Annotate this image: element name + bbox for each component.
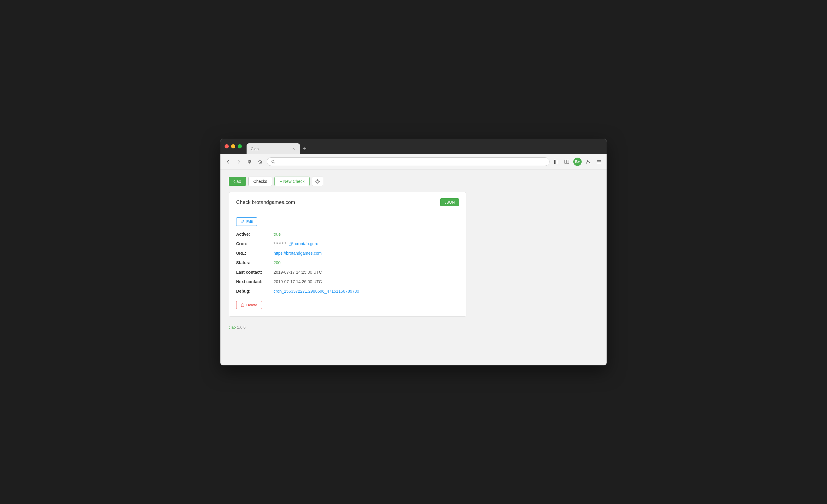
footer-version: 1.0.0 — [237, 325, 246, 330]
cron-value-container: * * * * * crontab.guru — [274, 241, 318, 246]
json-button[interactable]: JSON — [440, 198, 459, 206]
traffic-light-minimize[interactable] — [231, 144, 235, 149]
forward-button[interactable] — [235, 158, 243, 166]
traffic-light-fullscreen[interactable] — [238, 144, 242, 149]
footer-ciao-link[interactable]: ciao — [229, 325, 236, 330]
home-button[interactable] — [256, 158, 264, 166]
home-icon — [258, 159, 262, 164]
delete-label: Delete — [246, 303, 257, 307]
back-button[interactable] — [224, 158, 232, 166]
svg-point-7 — [587, 160, 589, 162]
url-label: URL: — [236, 251, 272, 256]
check-fields: Active: true Cron: * * * * * crontab.gur… — [236, 232, 459, 293]
traffic-light-close[interactable] — [225, 144, 229, 149]
edit-icon — [241, 220, 244, 224]
debug-value[interactable]: cron_1563372271.2988696_47151156789780 — [274, 289, 359, 293]
url-input[interactable]: https://ciao.yourhost.com/checks/37 — [278, 159, 545, 164]
svg-point-11 — [317, 181, 319, 182]
cron-value: * * * * * — [274, 241, 286, 246]
debug-label: Debug: — [236, 289, 272, 293]
field-active: Active: true — [236, 232, 459, 236]
forward-icon — [237, 159, 241, 164]
svg-rect-2 — [554, 160, 555, 164]
status-value: 200 — [274, 260, 280, 265]
page-toolbar: ciao Checks + New Check — [229, 177, 598, 186]
refresh-icon — [247, 159, 252, 164]
last-contact-value: 2019-07-17 14:25:00 UTC — [274, 270, 322, 275]
check-card-title: Check brotandgames.com — [236, 200, 295, 206]
check-card: Check brotandgames.com JSON Edit Active:… — [229, 192, 467, 317]
back-icon — [226, 159, 231, 164]
checks-button[interactable]: Checks — [248, 177, 273, 186]
edit-button[interactable]: Edit — [236, 217, 257, 226]
next-contact-value: 2019-07-17 14:26:00 UTC — [274, 279, 322, 284]
cron-label: Cron: — [236, 241, 272, 246]
delete-button[interactable]: Delete — [236, 301, 262, 309]
url-value[interactable]: https://brotandgames.com — [274, 251, 322, 256]
external-link-icon — [289, 242, 293, 246]
field-next-contact: Next contact: 2019-07-17 14:26:00 UTC — [236, 279, 459, 284]
svg-rect-6 — [567, 160, 569, 164]
edit-label: Edit — [246, 219, 253, 224]
svg-rect-5 — [565, 160, 567, 164]
active-label: Active: — [236, 232, 272, 236]
new-tab-button[interactable]: + — [301, 144, 309, 154]
reader-view-icon[interactable] — [563, 158, 571, 166]
next-contact-label: Next contact: — [236, 279, 272, 284]
svg-rect-3 — [555, 160, 556, 164]
field-url: URL: https://brotandgames.com — [236, 251, 459, 256]
field-status: Status: 200 — [236, 260, 459, 265]
svg-rect-4 — [557, 160, 557, 164]
crontab-link[interactable]: crontab.guru — [295, 241, 319, 246]
svg-rect-13 — [241, 304, 244, 306]
svg-point-0 — [272, 160, 274, 163]
new-check-button[interactable]: + New Check — [275, 177, 309, 186]
trash-icon — [241, 303, 244, 307]
field-last-contact: Last contact: 2019-07-17 14:25:00 UTC — [236, 270, 459, 275]
tab-close-button[interactable]: ✕ — [291, 146, 296, 151]
status-label: Status: — [236, 260, 272, 265]
profile-icon[interactable] — [584, 158, 592, 166]
field-debug: Debug: cron_1563372271.2988696_471511567… — [236, 289, 459, 293]
ciao-button[interactable]: ciao — [229, 177, 246, 186]
menu-button[interactable] — [595, 158, 603, 166]
page-footer: ciao 1.0.0 — [229, 325, 598, 330]
search-icon — [271, 160, 275, 164]
check-card-header: Check brotandgames.com JSON — [236, 198, 459, 211]
refresh-button[interactable] — [245, 158, 254, 166]
profile-button[interactable]: B+ — [573, 158, 582, 166]
bookmarks-icon[interactable] — [552, 158, 560, 166]
svg-line-1 — [274, 162, 275, 163]
address-bar[interactable]: https://ciao.yourhost.com/checks/37 — [267, 157, 549, 166]
settings-button[interactable] — [312, 177, 323, 186]
gear-icon — [315, 179, 320, 184]
tab-title: Ciao — [251, 147, 289, 151]
field-cron: Cron: * * * * * crontab.guru — [236, 241, 459, 246]
browser-tab[interactable]: Ciao ✕ — [247, 144, 300, 154]
last-contact-label: Last contact: — [236, 270, 272, 275]
active-value: true — [274, 232, 281, 236]
